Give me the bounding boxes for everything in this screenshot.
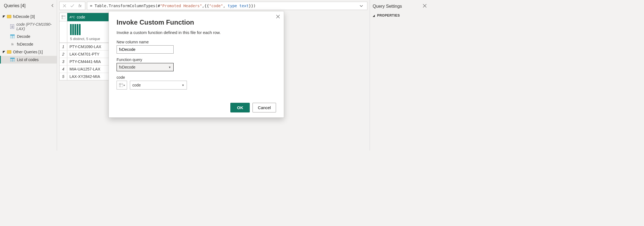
- formula-text: = Table.TransformColumnTypes(#: [90, 4, 160, 8]
- chevron-down-icon: [3, 14, 5, 19]
- queries-panel: Queries [4] fxDecode [3] ☰ code (PTY-CM1…: [0, 0, 57, 151]
- function-query-label: Function query: [117, 57, 276, 62]
- formula-text: ,{{: [202, 4, 209, 8]
- folder-icon: [7, 15, 11, 18]
- query-item-code-param[interactable]: ☰ code (PTY-CM1090-LAX): [0, 20, 57, 33]
- queries-group-other[interactable]: Other Queries [1]: [0, 48, 57, 56]
- parameter-icon: ☰: [10, 24, 14, 29]
- query-item-fxdecode-fn[interactable]: fx fxDecode: [0, 40, 57, 48]
- query-item-decode[interactable]: Decode: [0, 33, 57, 40]
- svg-rect-11: [119, 83, 123, 87]
- svg-rect-0: [10, 35, 15, 35]
- param-column-value: code: [132, 83, 141, 87]
- queries-header: Queries [4]: [0, 0, 57, 12]
- formula-keyword: type: [228, 4, 237, 8]
- param-column-select[interactable]: code ▼: [130, 81, 187, 90]
- select-all-button[interactable]: [60, 13, 67, 21]
- row-number: 5: [60, 73, 67, 80]
- queries-title: Queries [4]: [4, 3, 25, 8]
- chevron-down-icon: ◢: [373, 14, 375, 17]
- formula-text: [237, 4, 239, 8]
- table-icon: [10, 34, 15, 39]
- new-column-label: New column name: [117, 40, 276, 44]
- new-column-input[interactable]: [117, 45, 174, 54]
- settings-header: Query Settings: [373, 2, 427, 13]
- queries-group-fxdecode[interactable]: fxDecode [3]: [0, 13, 57, 20]
- expand-formula-button[interactable]: [358, 4, 364, 7]
- formula-bar-row: fx = Table.TransformColumnTypes(#"Promot…: [57, 0, 370, 12]
- group-label: Other Queries [1]: [13, 50, 43, 54]
- row-number: 3: [60, 58, 67, 65]
- close-dialog-button[interactable]: [276, 14, 280, 20]
- formula-bar[interactable]: = Table.TransformColumnTypes(#"Promoted …: [87, 2, 367, 10]
- quality-bar: [77, 24, 78, 35]
- cancel-formula-button[interactable]: [61, 2, 68, 10]
- param-label: code: [117, 75, 276, 80]
- dialog-description: Invoke a custom function defined in this…: [117, 30, 276, 35]
- param-type-select[interactable]: ▾: [117, 81, 127, 90]
- dialog-body: Invoke Custom Function Invoke a custom f…: [109, 11, 284, 98]
- folder-icon: [7, 50, 11, 54]
- formula-keyword: text: [239, 4, 249, 8]
- dialog-buttons: OK Cancel: [109, 98, 284, 117]
- cancel-button[interactable]: Cancel: [253, 103, 276, 112]
- formula-string: "Promoted Headers": [160, 4, 202, 8]
- quality-bar: [72, 24, 74, 35]
- quality-bar: [70, 24, 72, 35]
- chevron-down-icon: ▾: [123, 84, 125, 87]
- group-label: fxDecode [3]: [13, 14, 35, 19]
- formula-text: }}): [249, 4, 256, 8]
- function-icon: fx: [10, 42, 15, 46]
- settings-properties-section[interactable]: ◢ PROPERTIES: [373, 13, 427, 17]
- query-settings-panel: Query Settings ◢ PROPERTIES: [370, 0, 429, 151]
- function-query-select[interactable]: fxDecode ▼: [117, 63, 174, 71]
- settings-title: Query Settings: [373, 4, 402, 9]
- row-number: 1: [60, 43, 67, 50]
- row-number: 2: [60, 51, 67, 58]
- chevron-down-icon: ▼: [168, 66, 171, 69]
- row-number: 4: [60, 65, 67, 73]
- query-item-label: fxDecode: [17, 42, 33, 46]
- queries-tree: fxDecode [3] ☰ code (PTY-CM1090-LAX) Dec…: [0, 12, 57, 65]
- quality-bar: [79, 24, 81, 35]
- query-item-label: Decode: [17, 34, 30, 39]
- formula-text: ,: [223, 4, 228, 8]
- close-settings-button[interactable]: [423, 3, 427, 9]
- rownum-spacer: [60, 21, 67, 43]
- param-chooser-row: ▾ code ▼: [117, 81, 276, 90]
- chevron-down-icon: [3, 50, 5, 54]
- settings-section-title: PROPERTIES: [377, 14, 400, 17]
- quality-bar: [74, 24, 76, 35]
- formula-string: "code": [209, 4, 223, 8]
- chevron-down-icon: ▼: [182, 84, 184, 87]
- svg-rect-4: [10, 58, 15, 59]
- formula-bar-controls: fx: [59, 2, 85, 10]
- svg-rect-8: [61, 15, 65, 19]
- table-icon: [10, 57, 15, 62]
- invoke-custom-function-dialog: Invoke Custom Function Invoke a custom f…: [109, 11, 284, 118]
- commit-formula-button[interactable]: [69, 2, 76, 10]
- query-item-label: List of codes: [17, 57, 39, 62]
- dialog-title: Invoke Custom Function: [117, 19, 276, 26]
- collapse-queries-button[interactable]: [50, 3, 55, 9]
- ok-button[interactable]: OK: [230, 103, 250, 112]
- query-item-list-of-codes[interactable]: List of codes: [0, 56, 57, 64]
- text-type-icon: AᴮC: [69, 15, 75, 19]
- fx-icon: fx: [77, 2, 83, 10]
- function-query-value: fxDecode: [119, 65, 135, 69]
- query-item-label: code (PTY-CM1090-LAX): [16, 22, 55, 31]
